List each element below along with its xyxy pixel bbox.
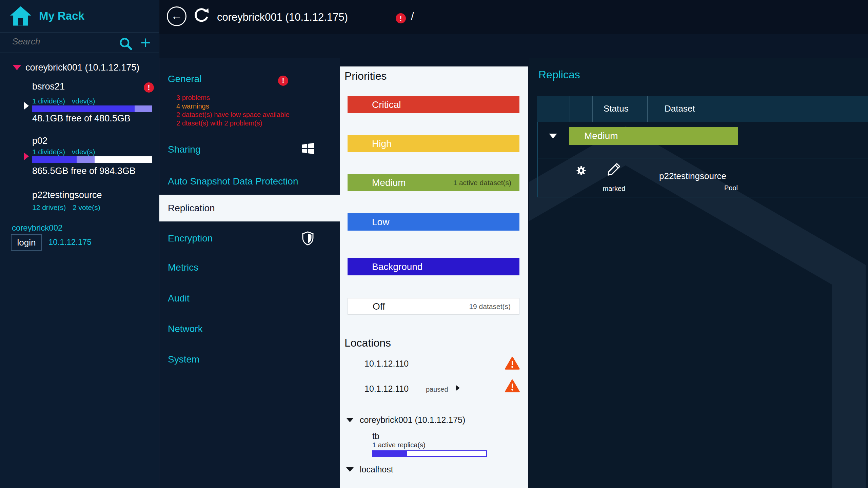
pool-free-space: 48.1GB free of 480.5GB xyxy=(32,113,131,124)
replica-progress-bar xyxy=(372,450,487,457)
location-dataset-name[interactable]: tb xyxy=(372,431,379,441)
nav-item-audit[interactable]: Audit xyxy=(168,293,190,304)
sidebar: My Rack + coreybrick001 (10.1.12.175) bs… xyxy=(0,0,159,488)
pool-usage-bar xyxy=(32,156,152,163)
priority-button-background[interactable]: Background xyxy=(348,258,519,275)
pool-expand-icon[interactable] xyxy=(24,102,29,110)
bar-reserved-segment xyxy=(135,105,152,112)
back-button[interactable]: ← xyxy=(167,6,186,26)
pool-meta: 1 divide(s) vdev(s) xyxy=(32,148,95,156)
nav-replication-label: Replication xyxy=(168,203,215,214)
pool-meta-divides: 1 divide(s) xyxy=(32,148,65,156)
warning-icon xyxy=(505,356,520,370)
priority-button-critical[interactable]: Critical xyxy=(348,96,519,113)
bar-reserved-segment xyxy=(77,156,95,163)
app-root: My Rack + coreybrick001 (10.1.12.175) bs… xyxy=(0,0,868,488)
problem-line: 2 dataset(s) have low space available xyxy=(176,111,290,119)
pool-name[interactable]: p02 xyxy=(32,136,47,146)
divider xyxy=(0,53,159,53)
pencil-marked-icon[interactable] xyxy=(606,161,622,177)
nav-general-problems: 3 problems 4 warnings 2 dataset(s) have … xyxy=(176,94,290,128)
priority-label: Medium xyxy=(372,177,406,188)
bar-used-segment xyxy=(32,105,135,112)
search-input[interactable] xyxy=(12,36,115,47)
location-row-remote1[interactable]: 10.1.12.110 xyxy=(364,359,409,369)
replica-progress-fill xyxy=(373,451,407,456)
column-header-status[interactable]: Status xyxy=(604,103,629,114)
column-divider xyxy=(647,96,648,122)
problem-line: 3 problems xyxy=(176,94,290,102)
pool-name[interactable]: p22testingsource xyxy=(32,190,102,200)
replicas-title: Replicas xyxy=(538,69,580,81)
replica-dataset-name[interactable]: p22testingsource xyxy=(659,171,738,181)
priority-label: Off xyxy=(373,301,385,312)
nav-item-general[interactable]: General xyxy=(168,74,202,84)
nav-item-auto-snapshot[interactable]: Auto Snapshot Data Protection xyxy=(168,176,298,187)
remote-rack-name[interactable]: coreybrick002 xyxy=(12,223,62,233)
pool-meta: 1 divide(s) vdev(s) xyxy=(32,97,95,105)
nav-item-system[interactable]: System xyxy=(168,354,199,365)
bar-used-segment xyxy=(32,156,77,163)
pool-usage-bar xyxy=(32,105,152,112)
replicas-panel: Replicas Status Dataset Medium xyxy=(529,58,868,488)
priority-label: Low xyxy=(372,217,389,228)
location-row-remote2[interactable]: 10.1.12.110 xyxy=(364,384,409,394)
row-divider xyxy=(537,158,868,158)
priority-button-low[interactable]: Low xyxy=(348,213,519,231)
shield-icon xyxy=(301,231,315,246)
divider xyxy=(0,32,159,33)
pool-name[interactable]: bsros21 xyxy=(32,81,65,92)
pool-meta: 12 drive(s) 2 vote(s) xyxy=(32,203,100,212)
pool-expand-icon[interactable] xyxy=(24,152,29,160)
breadcrumb-path[interactable]: / xyxy=(411,11,414,23)
priorities-title: Priorities xyxy=(344,70,387,82)
column-divider xyxy=(570,96,570,122)
priorities-panel: Priorities Critical High Medium 1 active… xyxy=(340,66,528,488)
priority-button-high[interactable]: High xyxy=(348,135,519,152)
column-header-dataset[interactable]: Dataset xyxy=(665,103,695,114)
collapse-icon[interactable] xyxy=(346,418,354,422)
replica-group-medium[interactable]: Medium xyxy=(569,127,738,145)
home-icon[interactable] xyxy=(10,6,31,26)
settings-gear-icon[interactable] xyxy=(575,164,587,177)
bar-free-segment xyxy=(95,156,152,163)
column-divider xyxy=(592,96,593,122)
pool-error-badge: ! xyxy=(144,82,154,93)
group-collapse-icon[interactable] xyxy=(549,134,557,138)
pool-meta-drives: 12 drive(s) xyxy=(32,203,66,211)
login-button[interactable]: login xyxy=(11,234,42,251)
nav-item-encryption[interactable]: Encryption xyxy=(168,233,213,244)
locations-title: Locations xyxy=(344,337,391,349)
nav-item-replication-selected[interactable]: Replication xyxy=(159,195,340,221)
windows-icon xyxy=(301,142,315,155)
nav-item-metrics[interactable]: Metrics xyxy=(168,262,198,273)
location-row-host[interactable]: coreybrick001 (10.1.12.175) xyxy=(360,415,465,425)
priority-button-off[interactable]: Off 19 dataset(s) xyxy=(348,298,519,315)
brick-watermark xyxy=(529,58,868,488)
problem-line: 4 warnings xyxy=(176,102,290,111)
priority-button-medium[interactable]: Medium 1 active dataset(s) xyxy=(348,174,519,191)
priority-label: Critical xyxy=(372,99,401,110)
priority-label: High xyxy=(372,138,392,149)
problem-line: 2 dtaset(s) with 2 problem(s) xyxy=(176,119,290,128)
back-arrow-icon: ← xyxy=(171,9,182,22)
tree-root-node[interactable]: coreybrick001 (10.1.12.175) xyxy=(25,62,139,73)
play-icon[interactable] xyxy=(456,385,460,391)
nav-item-network[interactable]: Network xyxy=(168,324,203,334)
row-divider xyxy=(537,197,868,197)
collapse-icon[interactable] xyxy=(346,467,354,472)
title-error-badge: ! xyxy=(396,13,406,23)
refresh-icon[interactable] xyxy=(192,6,211,25)
search-icon[interactable] xyxy=(119,37,133,51)
pool-meta-divides: 1 divide(s) xyxy=(32,97,65,105)
rack-title[interactable]: My Rack xyxy=(39,9,84,22)
tree-expand-icon[interactable] xyxy=(13,65,21,70)
pool-meta-votes: 2 vote(s) xyxy=(73,203,100,211)
nav-general-error-badge: ! xyxy=(278,76,288,86)
priority-note: 1 active dataset(s) xyxy=(453,179,511,187)
location-row-localhost[interactable]: localhost xyxy=(360,465,393,474)
table-left-border xyxy=(537,122,538,197)
nav-item-sharing[interactable]: Sharing xyxy=(168,144,201,155)
warning-icon xyxy=(505,379,520,393)
add-icon[interactable]: + xyxy=(140,33,151,53)
